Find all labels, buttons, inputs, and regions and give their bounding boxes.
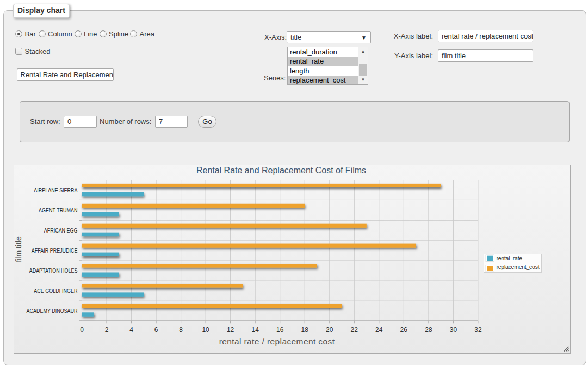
svg-text:film title: film title <box>14 236 23 262</box>
svg-text:18: 18 <box>301 326 308 334</box>
svg-text:26: 26 <box>400 326 407 334</box>
svg-text:AGENT TRUMAN: AGENT TRUMAN <box>39 207 77 214</box>
svg-text:4: 4 <box>129 326 133 334</box>
svg-text:20: 20 <box>326 326 333 334</box>
svg-text:replacement_cost: replacement_cost <box>496 264 539 270</box>
svg-text:AFRICAN EGG: AFRICAN EGG <box>44 227 77 234</box>
svg-text:22: 22 <box>350 326 358 334</box>
svg-text:32: 32 <box>474 326 482 334</box>
svg-text:8: 8 <box>179 326 183 334</box>
svg-text:rental_rate: rental_rate <box>496 255 522 261</box>
svg-text:rental rate / replacement cost: rental rate / replacement cost <box>219 337 335 346</box>
svg-text:12: 12 <box>226 326 234 334</box>
svg-text:28: 28 <box>425 326 432 334</box>
svg-text:10: 10 <box>202 326 209 334</box>
svg-text:0: 0 <box>80 326 84 334</box>
svg-text:6: 6 <box>154 326 158 334</box>
svg-text:Rental Rate and Replacement Co: Rental Rate and Replacement Cost of Film… <box>196 166 366 175</box>
svg-text:AFFAIR PREJUDICE: AFFAIR PREJUDICE <box>31 247 77 254</box>
svg-text:30: 30 <box>449 326 457 334</box>
svg-text:16: 16 <box>276 326 284 334</box>
svg-text:ACE GOLDFINGER: ACE GOLDFINGER <box>34 287 77 294</box>
svg-text:ADAPTATION HOLES: ADAPTATION HOLES <box>29 267 77 274</box>
svg-text:ACADEMY DINOSAUR: ACADEMY DINOSAUR <box>26 308 77 314</box>
svg-text:24: 24 <box>375 326 383 334</box>
svg-text:2: 2 <box>104 326 108 334</box>
svg-text:14: 14 <box>251 326 259 334</box>
svg-text:AIRPLANE SIERRA: AIRPLANE SIERRA <box>34 187 78 194</box>
